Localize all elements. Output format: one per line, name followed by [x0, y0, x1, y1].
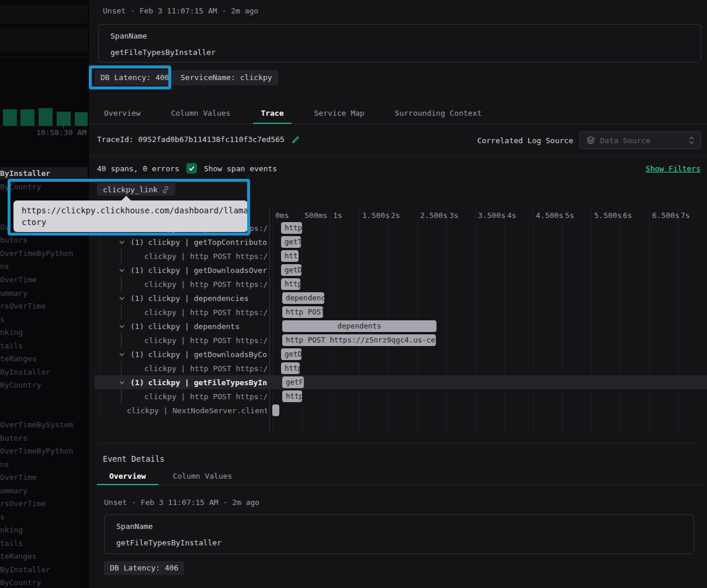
span-event-count: (1) — [130, 266, 144, 275]
span-row-nextnodeserver-clientcompone[interactable]: clickpy | NextNodeServer.clientCompone — [95, 403, 707, 417]
span-duration-bar[interactable]: getT — [281, 236, 301, 248]
span-row-getdownloadsbycountry[interactable]: (1)clickpy | getDownloadsByCountrygetD — [95, 347, 707, 361]
event-timestamp: Feb 3 11:07:15 AM — [140, 6, 217, 15]
span-duration-bar[interactable] — [272, 404, 279, 416]
span-duration-bar[interactable]: htt — [281, 250, 299, 262]
underlying-list-item: OverTimeByPython — [0, 447, 73, 455]
tab-column-values[interactable]: Column Values — [160, 468, 246, 485]
divider — [98, 443, 699, 444]
underlying-list-item: nking — [0, 525, 23, 534]
underlying-list-item: ByInstaller — [0, 565, 50, 574]
span-name-text: clickpy | dependents — [148, 322, 240, 331]
data-source-select[interactable]: Data Source — [580, 132, 701, 149]
chevron-down-icon[interactable] — [119, 379, 125, 386]
span-duration-bar[interactable]: http — [281, 222, 302, 234]
span-name: (1)clickpy | getDownloadsOverTimeByS — [95, 263, 267, 277]
event-meta: Unset · Feb 3 11:07:15 AM · 2m ago — [103, 6, 258, 15]
mini-chart-bar — [57, 112, 71, 126]
span-duration-bar[interactable]: http POST https://z5nrz9qgc4.us-central — [282, 334, 436, 346]
chevron-down-icon[interactable] — [119, 295, 125, 302]
layers-icon — [586, 136, 595, 145]
span-duration-bar[interactable]: http — [282, 390, 302, 402]
separator: · — [130, 6, 140, 15]
separator: · — [222, 6, 231, 15]
tab-trace[interactable]: Trace — [245, 103, 299, 123]
underlying-list-item: rsOverTime — [0, 499, 46, 508]
span-duration-bar[interactable]: dependents — [282, 320, 436, 332]
db-latency-badge-bottom[interactable]: DB Latency: 406 — [104, 561, 184, 575]
show-span-events-checkbox[interactable] — [186, 163, 197, 174]
span-duration-bar[interactable]: http — [281, 278, 300, 290]
span-row-getfiletypesbyinstaller[interactable]: (1)clickpy | getFileTypesByInstallergetF… — [95, 375, 707, 389]
span-duration-bar[interactable]: getD — [281, 348, 301, 360]
span-duration-bar[interactable]: getFi — [282, 376, 304, 388]
span-row-getdownloadsovertimebys[interactable]: (1)clickpy | getDownloadsOverTimeBySgetD — [95, 263, 707, 277]
tab-service-map[interactable]: Service Map — [299, 103, 380, 123]
span-row-gettopcontributors[interactable]: (1)clickpy | getTopContributorsgetT — [95, 235, 707, 249]
panel-tabs: OverviewColumn ValuesTraceService MapSur… — [89, 103, 707, 124]
span-row-http-post-https-z5nrz[interactable]: clickpy | http POST https://z5nrzhttp — [95, 277, 707, 291]
clickpy-link-chip[interactable]: clickpy_link — [97, 183, 175, 196]
underlying-list-item: tails — [0, 539, 23, 548]
span-duration-bar[interactable]: dependenci — [282, 292, 324, 304]
span-row-http-post-https-z5nrz[interactable]: clickpy | http POST https://z5nrzhttp — [95, 389, 707, 403]
status-badge: Unset — [104, 498, 127, 507]
span-duration-bar[interactable]: getD — [281, 264, 301, 276]
divider — [89, 156, 707, 157]
span-name: (1)clickpy | getFileTypesByInstaller — [95, 375, 267, 389]
tab-overview[interactable]: Overview — [96, 468, 160, 485]
span-row-http-post-https-z5nrz[interactable]: clickpy | http POST https://z5nrzhtt — [95, 249, 707, 263]
span-row-http-post-https-z5nrz[interactable]: clickpy | http POST https://z5nrzhttp PO… — [95, 333, 707, 347]
underlying-list-item: OverTime — [0, 275, 37, 284]
edit-icon[interactable] — [292, 135, 300, 144]
span-row-dependencies[interactable]: (1)clickpy | dependenciesdependenci — [95, 291, 707, 305]
span-duration-bar[interactable]: http POST — [282, 306, 323, 318]
underlying-list-item: ByInstaller — [0, 169, 50, 178]
span-row-dependents[interactable]: (1)clickpy | dependentsdependents — [95, 319, 707, 333]
underlying-list-item: ByCountry — [0, 182, 41, 191]
mini-chart-bar — [75, 112, 89, 126]
tab-overview[interactable]: Overview — [89, 103, 156, 123]
event-timestamp: Feb 3 11:07:15 AM — [141, 498, 219, 507]
spans-summary: 40 spans, 0 errors — [97, 164, 179, 173]
screenshot-stage: 10:58:30 AM ByInstallerByCountryOvbutors… — [0, 0, 707, 588]
underlying-list-item: OverTimeBySystem — [0, 420, 73, 429]
tab-column-values[interactable]: Column Values — [156, 103, 246, 123]
tab-surrounding-context[interactable]: Surrounding Context — [380, 103, 497, 123]
span-name: (1)clickpy | getDownloadsByCountry — [95, 347, 267, 361]
chevron-down-icon[interactable] — [119, 323, 125, 330]
tooltip-url-line: https://clickpy.clickhouse.com/dashboard… — [22, 205, 240, 216]
show-filters-link[interactable]: Show Filters — [646, 164, 701, 173]
span-row-http-post-https-z5nrz[interactable]: clickpy | http POST https://z5nrzhttp — [95, 361, 707, 375]
underlying-divider — [0, 57, 88, 57]
span-name-text: clickpy | dependencies — [148, 294, 248, 303]
underlying-list-item: ummary — [0, 486, 27, 495]
spans-summary-row: 40 spans, 0 errors Show span events — [97, 163, 277, 174]
link-icon — [162, 186, 169, 193]
span-name: clickpy | http POST https://z5nrz — [95, 277, 267, 291]
underlying-row-band — [0, 5, 88, 23]
underlying-list-item: butors — [0, 236, 27, 244]
link-url-tooltip: https://clickpy.clickhouse.com/dashboard… — [13, 200, 248, 232]
chevron-down-icon[interactable] — [119, 267, 125, 274]
clickpy-link-label: clickpy_link — [103, 185, 158, 194]
span-name-panel: SpanName getFileTypesByInstaller — [98, 24, 701, 63]
span-duration-bar[interactable]: http — [281, 362, 300, 374]
underlying-list-item: teRanges — [0, 354, 37, 363]
underlying-list-item: ns — [0, 460, 9, 469]
span-event-count: (1) — [130, 238, 144, 247]
chevron-down-icon[interactable] — [119, 239, 125, 245]
span-name: clickpy | http POST https://z5nrz — [95, 305, 267, 319]
tooltip-url-line: ctory — [22, 216, 240, 228]
chevron-down-icon[interactable] — [119, 351, 125, 358]
span-event-count: (1) — [130, 378, 144, 387]
service-name-badge[interactable]: ServiceName: clickpy — [175, 70, 278, 85]
trace-id-text: TraceId: 0952fad0b67b114138fc110f3c7ed56… — [97, 135, 285, 144]
underlying-list-item: teRanges — [0, 552, 37, 561]
underlying-list-item: butors — [0, 434, 27, 442]
span-name: clickpy | http POST https://z5nrz — [95, 361, 267, 375]
span-row-http-post-https-z5nrz[interactable]: clickpy | http POST https://z5nrzhttp PO… — [95, 305, 707, 319]
mini-chart-axis — [0, 126, 88, 126]
trace-id-row: TraceId: 0952fad0b67b114138fc110f3c7ed56… — [97, 135, 300, 144]
db-latency-badge[interactable]: DB Latency: 406 — [95, 70, 175, 85]
